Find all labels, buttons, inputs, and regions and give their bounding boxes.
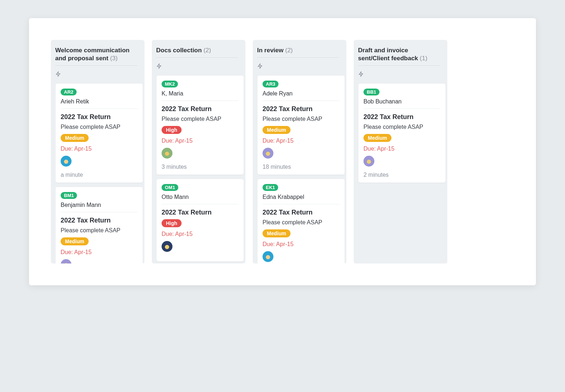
- kanban-card[interactable]: OM1Otto Mann2022 Tax ReturnHighDue: Apr-…: [156, 179, 244, 262]
- task-description: Please complete ASAP: [263, 116, 340, 122]
- task-title: 2022 Tax Return: [363, 113, 440, 121]
- column-scroll[interactable]: MK2K, Maria2022 Tax ReturnPlease complet…: [156, 75, 244, 264]
- card-tag: MK2: [162, 81, 178, 87]
- assignee-avatar[interactable]: [162, 148, 172, 159]
- column-title-text: Welcome communication and proposal sent: [55, 47, 130, 62]
- client-name: K, Maria: [162, 90, 239, 101]
- priority-badge: Medium: [61, 134, 89, 142]
- task-description: Please complete ASAP: [61, 227, 138, 234]
- assignee-avatar[interactable]: [263, 148, 273, 159]
- column-title: In review (2): [257, 46, 339, 54]
- due-date: Due: Apr-15: [162, 138, 239, 144]
- kanban-column: Draft and invoice sent/Client feedback (…: [354, 40, 447, 264]
- task-description: Please complete ASAP: [263, 219, 340, 226]
- elapsed-time: a minute: [61, 172, 138, 178]
- task-description: Please complete ASAP: [363, 124, 440, 130]
- task-title: 2022 Tax Return: [263, 209, 340, 216]
- assignee-avatar[interactable]: [61, 156, 72, 167]
- column-icon-row: [156, 62, 238, 72]
- elapsed-time: 18 minutes: [263, 164, 340, 170]
- kanban-column: Docs collection (2)MK2K, Maria2022 Tax R…: [152, 40, 245, 264]
- column-title-text: In review: [257, 47, 284, 54]
- kanban-card[interactable]: AR2Arieh Retik2022 Tax ReturnPlease comp…: [55, 83, 143, 183]
- due-date: Due: Apr-15: [263, 241, 340, 248]
- column-scroll[interactable]: AR2Arieh Retik2022 Tax ReturnPlease comp…: [55, 83, 143, 264]
- due-date: Due: Apr-15: [162, 231, 239, 237]
- column-scroll[interactable]: BB1Bob Buchanan2022 Tax ReturnPlease com…: [358, 83, 446, 190]
- kanban-column: In review (2)AR3Adele Ryan2022 Tax Retur…: [253, 40, 346, 264]
- task-title: 2022 Tax Return: [61, 113, 138, 121]
- column-count: (2): [203, 47, 211, 54]
- card-tag: EK1: [263, 184, 278, 191]
- column-icon-row: [358, 70, 440, 79]
- kanban-card[interactable]: AR3Adele Ryan2022 Tax ReturnPlease compl…: [257, 75, 345, 175]
- kanban-card[interactable]: BB1Bob Buchanan2022 Tax ReturnPlease com…: [358, 83, 446, 183]
- lightning-icon[interactable]: [55, 70, 61, 78]
- assignee-avatar[interactable]: [61, 259, 72, 264]
- column-icon-row: [257, 62, 339, 72]
- card-tag: AR3: [263, 81, 279, 87]
- kanban-card[interactable]: MK2K, Maria2022 Tax ReturnPlease complet…: [156, 75, 244, 175]
- kanban-card[interactable]: EK1Edna Krabappel2022 Tax ReturnPlease c…: [257, 179, 345, 264]
- column-header: Docs collection (2): [156, 44, 238, 58]
- assignee-avatar[interactable]: [363, 156, 374, 167]
- due-date: Due: Apr-15: [363, 146, 440, 152]
- svg-marker-3: [359, 72, 363, 77]
- client-name: Bob Buchanan: [363, 98, 440, 109]
- column-title: Docs collection (2): [156, 46, 238, 54]
- client-name: Otto Mann: [162, 194, 239, 204]
- due-date: Due: Apr-15: [263, 138, 340, 144]
- column-scroll[interactable]: AR3Adele Ryan2022 Tax ReturnPlease compl…: [257, 75, 345, 264]
- column-title: Draft and invoice sent/Client feedback (…: [358, 46, 440, 62]
- column-title-text: Draft and invoice sent/Client feedback: [358, 47, 418, 62]
- elapsed-time: 3 minutes: [162, 164, 239, 170]
- card-tag: AR2: [61, 89, 77, 95]
- column-count: (2): [285, 47, 293, 54]
- due-date: Due: Apr-15: [61, 146, 138, 152]
- kanban-card[interactable]: BM1Benjamin Mann2022 Tax ReturnPlease co…: [55, 187, 143, 264]
- task-title: 2022 Tax Return: [162, 105, 239, 113]
- column-title-text: Docs collection: [156, 47, 202, 54]
- card-tag: BM1: [61, 192, 77, 199]
- client-name: Arieh Retik: [61, 98, 138, 109]
- column-count: (3): [110, 55, 118, 62]
- task-description: Please complete ASAP: [162, 116, 239, 122]
- column-header: Welcome communication and proposal sent …: [55, 44, 137, 66]
- svg-marker-0: [56, 72, 60, 77]
- task-title: 2022 Tax Return: [263, 105, 340, 113]
- priority-badge: High: [162, 126, 182, 134]
- column-icon-row: [55, 70, 137, 79]
- task-title: 2022 Tax Return: [162, 209, 239, 216]
- priority-badge: Medium: [263, 126, 290, 134]
- svg-marker-2: [258, 64, 262, 68]
- priority-badge: Medium: [61, 237, 89, 245]
- card-tag: OM1: [162, 184, 178, 191]
- svg-marker-1: [157, 64, 161, 68]
- client-name: Adele Ryan: [263, 90, 340, 101]
- lightning-icon[interactable]: [358, 70, 364, 78]
- elapsed-time: 2 minutes: [363, 172, 440, 178]
- assignee-avatar[interactable]: [263, 251, 273, 262]
- lightning-icon[interactable]: [257, 62, 263, 70]
- due-date: Due: Apr-15: [61, 249, 138, 256]
- task-title: 2022 Tax Return: [61, 217, 138, 224]
- card-tag: BB1: [363, 89, 379, 95]
- column-title: Welcome communication and proposal sent …: [55, 46, 137, 62]
- lightning-icon[interactable]: [156, 62, 162, 70]
- kanban-column: Welcome communication and proposal sent …: [51, 40, 145, 264]
- task-description: Please complete ASAP: [61, 124, 138, 130]
- priority-badge: Medium: [263, 229, 290, 237]
- column-count: (1): [420, 55, 427, 62]
- column-header: In review (2): [257, 44, 339, 58]
- column-header: Draft and invoice sent/Client feedback (…: [358, 44, 440, 66]
- priority-badge: Medium: [363, 134, 391, 142]
- app-window: Welcome communication and proposal sent …: [29, 18, 536, 285]
- priority-badge: High: [162, 219, 182, 227]
- client-name: Edna Krabappel: [263, 194, 340, 204]
- client-name: Benjamin Mann: [61, 202, 138, 212]
- kanban-board: Welcome communication and proposal sent …: [51, 40, 514, 264]
- assignee-avatar[interactable]: [162, 241, 172, 252]
